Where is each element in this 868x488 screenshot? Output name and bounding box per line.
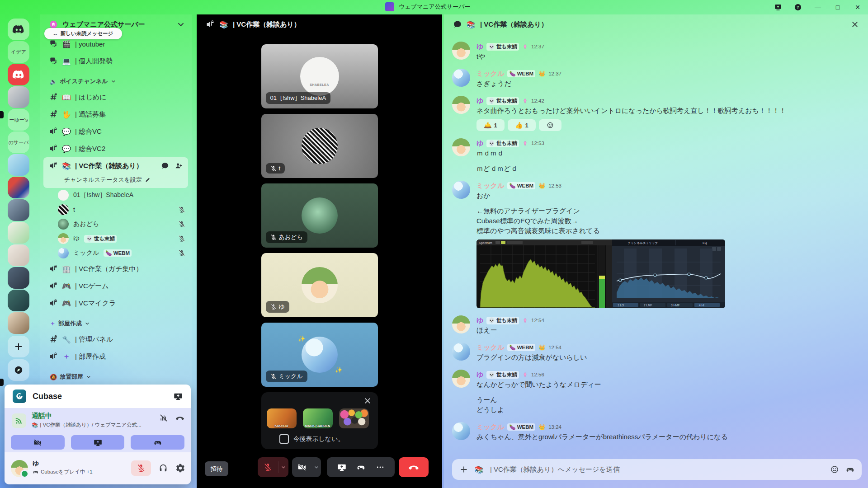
avatar[interactable]: [452, 69, 470, 87]
server-avatar-2[interactable]: [8, 154, 29, 176]
add-reaction-button[interactable]: [539, 119, 561, 131]
server-red-discord[interactable]: [8, 64, 29, 85]
screenshare-icon[interactable]: [337, 463, 346, 472]
camera-button[interactable]: [11, 435, 65, 450]
voice-tile[interactable]: SHABELEA01［!shw］ShabeleA: [261, 44, 378, 108]
avatar[interactable]: [11, 460, 28, 477]
voice-participant-row[interactable]: あおどら: [40, 217, 192, 231]
server-avatar-1[interactable]: [8, 86, 29, 108]
server-avatar-6[interactable]: [8, 244, 29, 266]
author-name[interactable]: ゆ: [476, 97, 483, 105]
author-name[interactable]: ミックル: [476, 70, 504, 78]
voice-participant-row[interactable]: ミックル🍆WEBM: [40, 246, 192, 260]
channel-row[interactable]: 🔧| 管理パネル: [40, 331, 192, 348]
author-name[interactable]: ゆ: [476, 139, 483, 148]
deafen-button[interactable]: [158, 463, 168, 473]
mic-mute-button[interactable]: [258, 457, 288, 477]
avatar[interactable]: [452, 138, 470, 156]
voice-tile[interactable]: ゆ: [261, 253, 378, 317]
category-放置部屋[interactable]: 🔕放置部屋: [40, 370, 192, 384]
author-name[interactable]: ゆ: [476, 42, 483, 51]
server-avatar-4[interactable]: [8, 199, 29, 221]
open-chat-icon[interactable]: [161, 162, 169, 170]
avatar[interactable]: [452, 370, 470, 388]
voice-tile[interactable]: あおどら: [261, 183, 378, 248]
voice-meter-icon[interactable]: [159, 413, 168, 422]
server-avatar-5[interactable]: [8, 222, 29, 244]
avatar[interactable]: [452, 422, 470, 440]
stream-app-icon[interactable]: [174, 392, 183, 401]
activities-button[interactable]: [131, 435, 184, 450]
server-avatar-3[interactable]: [8, 177, 29, 198]
channel-status-setter[interactable]: チャンネルステータスを設定: [43, 174, 188, 188]
add-server-button[interactable]: [8, 336, 29, 357]
close-icon[interactable]: [363, 397, 372, 405]
game-thumbnail-kour-io[interactable]: KOUR.IO: [267, 408, 297, 428]
channel-row[interactable]: 💻| 個人開発勢: [40, 52, 192, 70]
channel-row[interactable]: 🎮| VCゲーム: [40, 277, 192, 295]
channel-row[interactable]: 💬| 総合VC2: [40, 140, 192, 157]
help-icon[interactable]: ?: [791, 1, 805, 13]
voice-participant-row[interactable]: ゆ💀世も末鯖: [40, 231, 192, 246]
author-name[interactable]: ミックル: [476, 423, 504, 432]
self-mute-button[interactable]: [131, 460, 151, 476]
message-input[interactable]: 📚 | VC作業（雑談あり）へメッセージを送信: [452, 459, 862, 480]
gif-activities-icon[interactable]: [845, 465, 854, 474]
invite-button[interactable]: 招待: [205, 461, 228, 476]
server-avatar-9[interactable]: [8, 312, 29, 334]
category-部屋作成[interactable]: ＋部屋作成: [40, 316, 192, 331]
avatar[interactable]: [452, 181, 470, 199]
maximize-button[interactable]: □: [831, 1, 844, 13]
reaction-pill[interactable]: 👍1: [508, 119, 536, 131]
attach-plus-icon[interactable]: [459, 465, 468, 474]
screenshare-button[interactable]: [71, 435, 125, 450]
game-thumbnail-magic-garden[interactable]: MAGIC GARDEN: [303, 408, 333, 428]
channel-row[interactable]: 🖖| 通話募集: [40, 106, 192, 123]
author-name[interactable]: ミックル: [476, 182, 504, 190]
author-name[interactable]: ミックル: [476, 343, 504, 352]
discord-home[interactable]: [8, 19, 29, 40]
avatar[interactable]: [452, 343, 470, 361]
more-options-icon[interactable]: [376, 463, 385, 472]
server-idea[interactable]: イデア: [8, 41, 29, 63]
reaction-pill[interactable]: 🛎️1: [476, 119, 505, 131]
minimize-button[interactable]: —: [811, 1, 825, 13]
avatar[interactable]: [452, 96, 470, 114]
screenshare-window-icon[interactable]: [771, 1, 785, 13]
server-avatar-8[interactable]: [8, 290, 29, 311]
camera-button[interactable]: [292, 457, 321, 477]
activities-icon[interactable]: [356, 463, 365, 472]
settings-gear-icon[interactable]: [175, 463, 185, 473]
explore-button[interactable]: [8, 359, 29, 381]
author-name[interactable]: ゆ: [476, 316, 483, 325]
close-button[interactable]: ✕: [851, 1, 864, 13]
avatar[interactable]: [452, 42, 470, 60]
voice-tile[interactable]: t: [261, 114, 378, 178]
channel-row[interactable]: 🎮| VCマイクラ: [40, 295, 192, 312]
avatar[interactable]: [452, 315, 470, 333]
voice-tile[interactable]: ✨✨ミックル: [261, 323, 378, 387]
user-area: ゆ Cubaseをプレイ中 +1: [5, 452, 191, 484]
dont-show-again-checkbox[interactable]: 今後表示しない。: [279, 434, 344, 444]
new-unread-messages-pill[interactable]: ︿ 新しい未読メッセージ: [44, 28, 122, 39]
author-name[interactable]: ゆ: [476, 371, 483, 379]
channel-row[interactable]: 📚| VC作業（雑談あり）: [43, 157, 188, 174]
call-channel-path[interactable]: 📚 | VC作業（雑談あり）/ ウェブマニア公式...: [32, 422, 145, 428]
game-thumbnail-dots-game[interactable]: [339, 408, 369, 428]
emoji-picker-icon[interactable]: [830, 465, 839, 474]
disconnect-button[interactable]: [399, 457, 429, 477]
server-avatar-7[interactable]: [8, 267, 29, 289]
channel-row[interactable]: ＋| 部屋作成: [40, 348, 192, 365]
close-chat-icon[interactable]: [851, 20, 859, 28]
channel-row[interactable]: 🏢| VC作業（ガチ集中）: [40, 260, 192, 277]
hangup-icon[interactable]: [175, 413, 184, 422]
attachment-image[interactable]: Spectrum チャンネルストリップ: [476, 239, 725, 308]
voice-participant-row[interactable]: 01［!shw］ShabeleA: [40, 188, 192, 202]
category-ボイスチャンネル[interactable]: 🔉ボイスチャンネル: [40, 74, 192, 89]
channel-row[interactable]: 📖| はじめに: [40, 89, 192, 106]
channel-row[interactable]: 💬| 総合VC: [40, 123, 192, 140]
voice-participant-row[interactable]: t: [40, 202, 192, 217]
server-nosaba[interactable]: のサーバ: [8, 131, 29, 153]
invite-members-icon[interactable]: [175, 162, 183, 170]
server-yuyus[interactable]: ーゆー's: [8, 109, 29, 131]
